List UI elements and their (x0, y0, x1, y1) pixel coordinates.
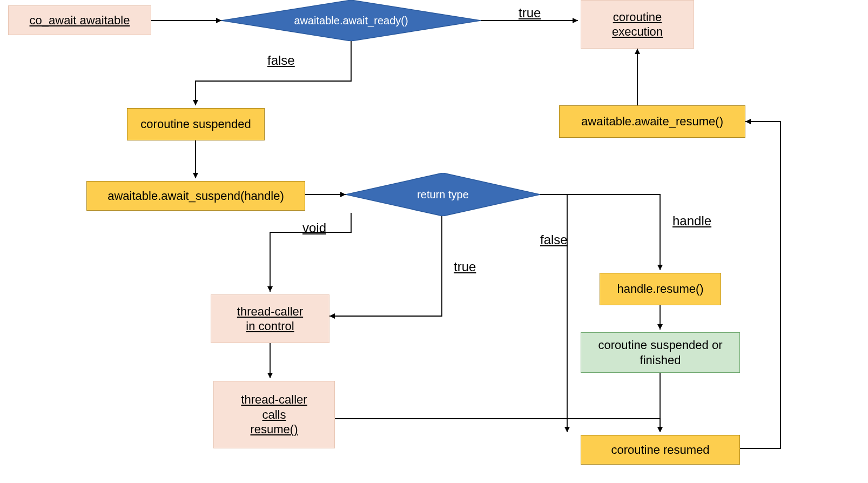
node-thread-caller-calls-resume: thread-caller calls resume() (213, 381, 335, 448)
node-await-ready: awaitable.await_ready() (221, 0, 481, 41)
node-coroutine-resumed: coroutine resumed (581, 435, 740, 465)
label: coroutine suspended (140, 117, 251, 132)
label: co_await awaitable (30, 13, 130, 28)
label: coroutine resumed (611, 442, 709, 458)
label: handle (672, 213, 711, 228)
arrows-layer (0, 0, 868, 483)
label: handle.resume() (617, 281, 703, 297)
edge-label-false-mid: false (540, 232, 568, 247)
label: coroutine suspended or finished (598, 338, 723, 367)
label: void (302, 220, 326, 235)
label: coroutine execution (612, 10, 663, 39)
edge-label-true-mid: true (454, 259, 476, 274)
node-handle-resume: handle.resume() (600, 273, 721, 305)
node-start: co_await awaitable (8, 5, 151, 35)
label: false (267, 53, 295, 68)
label: false (540, 232, 568, 247)
label: awaitable.awaite_resume() (581, 114, 723, 129)
label: thread-caller in control (237, 304, 303, 334)
edge-label-false-top: false (267, 53, 295, 68)
label: true (454, 259, 476, 274)
edge-label-void: void (302, 220, 326, 236)
node-await-resume: awaitable.awaite_resume() (559, 105, 745, 138)
edge-label-handle: handle (672, 213, 711, 229)
label: thread-caller calls resume() (241, 392, 307, 437)
label: true (519, 5, 541, 20)
node-thread-caller-in-control: thread-caller in control (211, 294, 329, 343)
node-suspended-or-finished: coroutine suspended or finished (581, 332, 740, 373)
node-coroutine-execution: coroutine execution (581, 0, 694, 49)
edge-label-true-top: true (519, 5, 541, 21)
node-return-type: return type (346, 173, 540, 216)
label: return type (346, 173, 540, 216)
label: awaitable.await_ready() (221, 0, 481, 41)
node-coroutine-suspended: coroutine suspended (127, 108, 265, 140)
node-await-suspend: awaitable.await_suspend(handle) (86, 181, 305, 211)
label: awaitable.await_suspend(handle) (107, 189, 284, 204)
flowchart-canvas: co_await awaitable awaitable.await_ready… (0, 0, 868, 483)
